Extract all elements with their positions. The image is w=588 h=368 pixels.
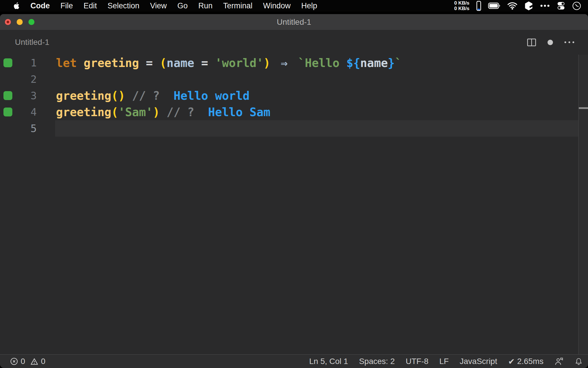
code-token: ( xyxy=(111,106,118,119)
menu-item-help[interactable]: Help xyxy=(301,1,317,10)
code-text: let greeting = (name = 'world') ⇒ `Hello… xyxy=(37,56,402,70)
quokka-coverage-indicator xyxy=(3,108,12,116)
menu-bar: CodeFileEditSelectionViewGoRunTerminalWi… xyxy=(0,0,588,12)
code-token: name xyxy=(167,56,194,70)
more-actions-icon[interactable] xyxy=(564,41,574,43)
zoom-button[interactable] xyxy=(28,19,34,25)
menu-item-edit[interactable]: Edit xyxy=(84,1,97,10)
status-bar: 0 0 Ln 5, Col 1Spaces: 2UTF-8LFJavaScrip… xyxy=(0,354,588,368)
overview-ruler-marker xyxy=(579,107,588,109)
wifi-icon[interactable] xyxy=(507,2,517,10)
battery-icon[interactable] xyxy=(488,3,500,9)
code-text: greeting() // ? Hello world xyxy=(37,89,249,102)
minimize-button[interactable] xyxy=(17,19,23,25)
line-number: 3 xyxy=(17,90,37,101)
code-token: greeting xyxy=(56,106,111,119)
menu-item-terminal[interactable]: Terminal xyxy=(223,1,252,10)
window-title-bar[interactable]: Untitled-1 xyxy=(0,14,588,30)
line-number: 2 xyxy=(17,73,37,85)
traffic-lights xyxy=(5,14,34,30)
status-item-javascript[interactable]: JavaScript xyxy=(460,357,497,366)
menu-item-view[interactable]: View xyxy=(150,1,167,10)
code-token: // ? xyxy=(132,89,160,102)
feedback-person-icon[interactable] xyxy=(554,357,564,366)
code-token: ⇒ xyxy=(277,56,291,70)
code-text: greeting('Sam') // ? Hello Sam xyxy=(37,106,270,119)
code-line-1[interactable]: 1let greeting = (name = 'world') ⇒ `Hell… xyxy=(0,55,588,71)
code-token: () xyxy=(111,89,125,102)
modified-indicator-dot[interactable] xyxy=(548,40,553,45)
gutter-glyph-margin xyxy=(0,120,17,137)
notifications-bell-icon[interactable] xyxy=(575,357,583,366)
menu-item-window[interactable]: Window xyxy=(263,1,291,10)
split-editor-icon[interactable] xyxy=(527,39,536,46)
device-battery-icon[interactable] xyxy=(476,1,481,11)
network-down: 0 KB/s xyxy=(454,6,469,11)
editor-title-bar: Untitled-1 xyxy=(0,30,588,55)
code-token: Hello world xyxy=(173,89,249,102)
code-token: } xyxy=(388,56,395,70)
vscode-window: Untitled-1 Untitled-1 1let greeting = (n… xyxy=(0,14,588,368)
quokka-coverage-indicator xyxy=(3,91,12,100)
cube-icon[interactable] xyxy=(524,1,533,11)
code-token: greeting xyxy=(84,56,139,70)
line-number: 1 xyxy=(17,57,37,69)
menu-item-go[interactable]: Go xyxy=(177,1,188,10)
code-line-2[interactable]: 2 xyxy=(0,71,588,87)
code-token: ) xyxy=(153,106,160,119)
quokka-time[interactable]: ✔ 2.65ms xyxy=(508,357,543,366)
code-token: greeting xyxy=(56,89,111,102)
code-token: ) xyxy=(264,56,270,70)
code-token: ( xyxy=(160,56,167,70)
menu-item-selection[interactable]: Selection xyxy=(108,1,140,10)
code-token: 'Sam' xyxy=(118,106,153,119)
errors-icon[interactable] xyxy=(10,358,18,365)
code-token: = xyxy=(194,56,215,70)
code-token xyxy=(194,106,208,119)
control-center-icon[interactable] xyxy=(557,1,565,10)
ellipsis-icon[interactable] xyxy=(540,5,550,7)
warnings-count[interactable]: 0 xyxy=(41,357,46,366)
warnings-icon[interactable] xyxy=(30,358,38,365)
status-item-utf-8[interactable]: UTF-8 xyxy=(406,357,428,366)
errors-count[interactable]: 0 xyxy=(21,357,25,366)
menu-item-run[interactable]: Run xyxy=(198,1,213,10)
unsaved-dot xyxy=(7,21,9,23)
code-token xyxy=(125,89,132,102)
code-token xyxy=(270,56,277,70)
tab-untitled-1[interactable]: Untitled-1 xyxy=(15,38,49,47)
close-button[interactable] xyxy=(5,19,11,25)
code-line-3[interactable]: 3greeting() // ? Hello world xyxy=(0,87,588,104)
code-token: = xyxy=(139,56,160,70)
code-line-4[interactable]: 4greeting('Sam') // ? Hello Sam xyxy=(0,104,588,120)
quokka-time-value: 2.65ms xyxy=(517,357,543,366)
menu-item-code[interactable]: Code xyxy=(30,1,50,10)
gutter-glyph-margin xyxy=(0,104,17,120)
gutter-glyph-margin xyxy=(0,55,17,71)
code-token xyxy=(77,56,84,70)
check-icon: ✔ xyxy=(508,357,515,366)
gutter-glyph-margin xyxy=(0,71,17,87)
line-number: 5 xyxy=(17,122,37,134)
code-line-5[interactable]: 5 xyxy=(0,120,588,137)
code-token: Hello Sam xyxy=(208,106,270,119)
status-item-ln-5-col-1[interactable]: Ln 5, Col 1 xyxy=(309,357,348,366)
line-number: 4 xyxy=(17,106,37,118)
code-token xyxy=(160,89,173,102)
code-editor[interactable]: 1let greeting = (name = 'world') ⇒ `Hell… xyxy=(0,55,588,354)
code-token: `Hello xyxy=(298,56,347,70)
code-token: ${ xyxy=(346,56,360,70)
network-speed[interactable]: 0 KB/s 0 KB/s xyxy=(454,0,469,11)
code-token xyxy=(291,56,298,70)
code-token: 'world' xyxy=(215,56,264,70)
apple-icon[interactable] xyxy=(13,2,20,10)
gutter-glyph-margin xyxy=(0,87,17,104)
overview-ruler[interactable] xyxy=(578,55,588,354)
status-item-spaces-2[interactable]: Spaces: 2 xyxy=(359,357,395,366)
status-item-lf[interactable]: LF xyxy=(439,357,449,366)
menu-item-file[interactable]: File xyxy=(61,1,73,10)
clock-icon[interactable] xyxy=(572,1,581,10)
window-title: Untitled-1 xyxy=(277,18,311,27)
code-token: name xyxy=(360,56,388,70)
code-token: ` xyxy=(395,56,402,70)
